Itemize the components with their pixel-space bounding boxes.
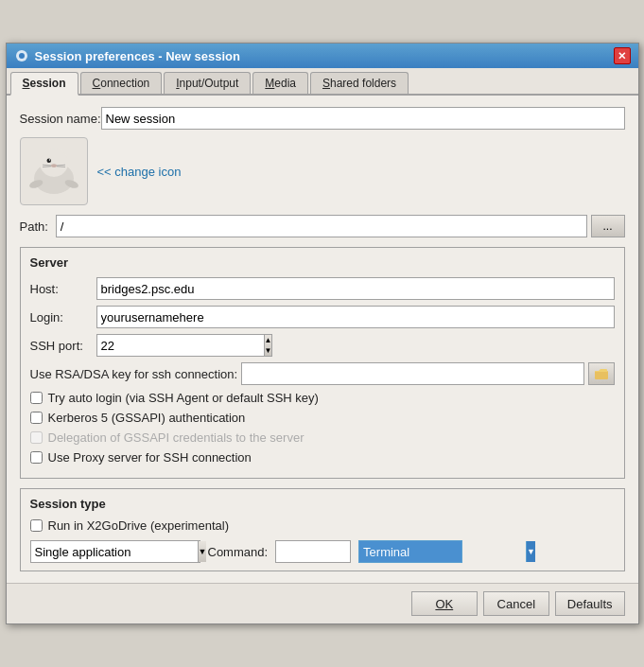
- close-button[interactable]: ✕: [614, 47, 631, 64]
- host-row: Host:: [30, 277, 615, 300]
- proxy-checkbox[interactable]: [30, 451, 43, 464]
- command-input[interactable]: [275, 540, 351, 563]
- proxy-label: Use Proxy server for SSH connection: [48, 450, 252, 465]
- icon-section: << change icon: [20, 137, 625, 205]
- kerberos-row: Kerberos 5 (GSSAPI) authentication: [30, 411, 615, 425]
- ssh-port-spinbox: ▲ ▼: [96, 334, 172, 357]
- kerberos-label: Kerberos 5 (GSSAPI) authentication: [48, 411, 246, 425]
- spinbox-up[interactable]: ▲: [265, 335, 272, 345]
- session-type-dropdown[interactable]: ▼: [30, 540, 200, 563]
- session-name-row: Session name:: [20, 107, 625, 130]
- svg-point-5: [48, 159, 50, 161]
- session-icon: [20, 137, 88, 205]
- path-label: Path:: [20, 219, 48, 234]
- ssh-port-row: SSH port: ▲ ▼: [30, 334, 615, 357]
- autologin-label: Try auto login (via SSH Agent or default…: [48, 391, 319, 405]
- ssh-port-label: SSH port:: [30, 339, 96, 353]
- kerberos-checkbox[interactable]: [30, 412, 43, 424]
- tab-session[interactable]: Session: [10, 72, 78, 96]
- terminal-input[interactable]: [359, 541, 526, 562]
- host-input[interactable]: [96, 277, 615, 300]
- rsa-label: Use RSA/DSA key for ssh connection:: [30, 367, 238, 381]
- defaults-button[interactable]: Defaults: [555, 591, 625, 616]
- session-type-input[interactable]: [31, 541, 198, 562]
- content-area: Session name:: [7, 96, 638, 583]
- terminal-dropdown[interactable]: ▼: [358, 540, 462, 563]
- x2go-label: Run in X2GoDrive (experimental): [48, 518, 229, 533]
- command-label: Command:: [208, 545, 269, 559]
- ok-button[interactable]: OK: [411, 591, 478, 616]
- svg-point-4: [46, 159, 51, 164]
- svg-point-1: [19, 53, 25, 59]
- x2go-row: Run in X2GoDrive (experimental): [30, 518, 615, 533]
- ssh-port-input[interactable]: [96, 334, 264, 357]
- session-type-controls: ▼ Command: ▼: [30, 540, 615, 563]
- svg-point-3: [40, 149, 68, 177]
- seal-svg: [26, 143, 82, 200]
- login-row: Login:: [30, 306, 615, 328]
- change-icon-link[interactable]: << change icon: [97, 165, 182, 179]
- host-label: Host:: [30, 282, 96, 296]
- tab-media[interactable]: Media: [252, 72, 308, 94]
- svg-rect-13: [595, 371, 608, 379]
- session-type-arrow[interactable]: ▼: [198, 541, 207, 562]
- path-input[interactable]: [56, 215, 587, 237]
- title-bar-left: Session preferences - New session: [14, 48, 240, 63]
- title-bar: Session preferences - New session ✕: [7, 44, 638, 68]
- cancel-button[interactable]: Cancel: [483, 591, 549, 616]
- app-icon: [14, 48, 29, 63]
- autologin-row: Try auto login (via SSH Agent or default…: [30, 391, 615, 405]
- delegation-row: Delegation of GSSAPI credentials to the …: [30, 430, 615, 445]
- spinbox-arrows: ▲ ▼: [264, 334, 273, 357]
- path-browse-button[interactable]: ...: [591, 215, 625, 237]
- terminal-arrow[interactable]: ▼: [526, 541, 535, 562]
- bottom-bar: OK Cancel Defaults: [7, 583, 638, 623]
- server-group: Server Host: Login: SSH port: ▲ ▼: [20, 247, 625, 479]
- folder-icon: [594, 366, 609, 381]
- session-name-input[interactable]: [101, 107, 625, 130]
- session-type-group: Session type Run in X2GoDrive (experimen…: [20, 488, 625, 571]
- tab-bar: Session Connection Input/Output Media Sh…: [7, 68, 638, 96]
- session-name-label: Session name:: [20, 112, 101, 126]
- autologin-checkbox[interactable]: [30, 392, 43, 404]
- x2go-checkbox[interactable]: [30, 519, 43, 532]
- login-label: Login:: [30, 310, 96, 325]
- delegation-checkbox: [30, 431, 43, 444]
- spinbox-down[interactable]: ▼: [265, 345, 272, 356]
- rsa-row: Use RSA/DSA key for ssh connection:: [30, 362, 615, 385]
- path-row: Path: ...: [20, 215, 625, 237]
- delegation-label: Delegation of GSSAPI credentials to the …: [48, 430, 305, 445]
- server-group-label: Server: [30, 255, 615, 270]
- main-window: Session preferences - New session ✕ Sess…: [6, 43, 639, 624]
- session-type-label: Session type: [30, 497, 615, 511]
- rsa-file-button[interactable]: [588, 362, 615, 385]
- svg-point-6: [51, 164, 57, 167]
- window-title: Session preferences - New session: [35, 49, 240, 63]
- login-input[interactable]: [96, 306, 615, 328]
- tab-shared-folders[interactable]: Shared folders: [310, 72, 409, 94]
- tab-connection[interactable]: Connection: [80, 72, 163, 94]
- rsa-input[interactable]: [241, 362, 583, 385]
- tab-input-output[interactable]: Input/Output: [164, 72, 251, 94]
- proxy-row: Use Proxy server for SSH connection: [30, 450, 615, 465]
